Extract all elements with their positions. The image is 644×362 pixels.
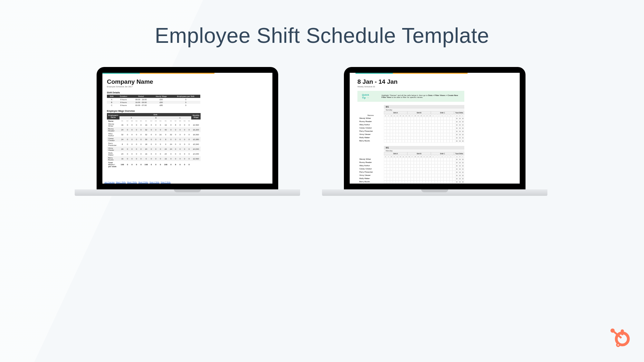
col-name: Employee's Name: [107, 113, 119, 119]
weekly-subtitle: Weekly Schedule 02: [357, 86, 515, 88]
wage-overview-table: Employee's Name Shift Monthly Wage ABC N…: [107, 113, 201, 168]
sheet-tab[interactable]: Week 4 Shifts: [149, 181, 159, 183]
svg-point-5: [617, 344, 620, 347]
right-spreadsheet: 8 Jan - 14 Jan Weekly Schedule 02 Quick …: [350, 73, 520, 184]
quick-tip: Quick Tip → Highlight "Names" and all th…: [357, 91, 464, 102]
shift-details-table: ShiftDurationPeriodHourly WageEmployees …: [107, 95, 200, 107]
hubspot-logo-icon: [608, 326, 631, 349]
sheet-tabs[interactable]: nary OverviewWeek 1 ShiftsWeek 2 ShiftsW…: [102, 181, 272, 184]
left-spreadsheet: Company Name Employee Schedule Jan 2017 …: [102, 73, 272, 184]
sheet-tab[interactable]: Week 2 Shifts: [127, 181, 137, 183]
company-title: Company Name: [107, 78, 268, 85]
col-monthly: Monthly Wage: [191, 113, 201, 119]
tip-text: Highlight "Names" and all the cells belo…: [382, 94, 460, 98]
page-title: Employee Shift Schedule Template: [0, 23, 644, 48]
sheet-tab[interactable]: Week 3 Shifts: [138, 181, 148, 183]
svg-rect-4: [621, 331, 623, 335]
col-shift: Shift: [119, 113, 191, 116]
laptop-left: Company Name Employee Schedule Jan 2017 …: [97, 67, 300, 196]
date-range-title: 8 Jan - 14 Jan: [357, 78, 515, 85]
wage-overview-heading: Employee Wage Overview: [107, 110, 268, 112]
tip-label: Quick Tip →: [362, 93, 372, 99]
sheet-tab[interactable]: nary Overview: [104, 181, 115, 183]
shift-details-heading: Shift Details: [107, 91, 268, 94]
schedule-subtitle: Employee Schedule Jan 2017: [107, 86, 268, 88]
sheet-tab[interactable]: Week 1 Shifts: [116, 181, 126, 183]
laptop-right: 8 Jan - 14 Jan Weekly Schedule 02 Quick …: [344, 67, 547, 196]
sheet-tab[interactable]: Week 5 Shifts: [161, 181, 171, 183]
